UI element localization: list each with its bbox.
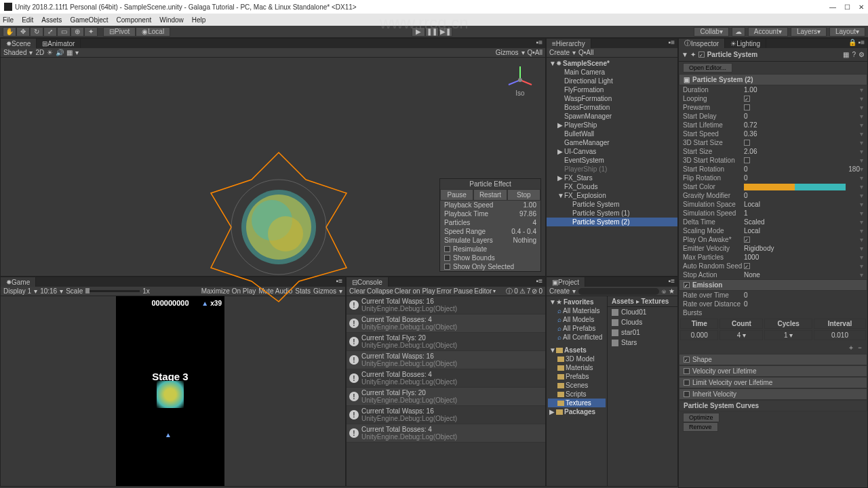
- asset-folder[interactable]: Scripts: [548, 390, 606, 399]
- project-file[interactable]: Stars: [608, 338, 677, 348]
- save-filter-icon[interactable]: ★: [669, 287, 675, 295]
- fx-toggle-icon[interactable]: ▦: [66, 49, 73, 56]
- favorites-folder[interactable]: ▼★ Favorites: [548, 298, 606, 306]
- hierarchy-item[interactable]: Main Camera: [547, 68, 677, 77]
- curves-header[interactable]: Particle System Curves: [679, 400, 867, 411]
- help-icon[interactable]: ?: [852, 51, 856, 58]
- display-dropdown[interactable]: Display 1: [3, 287, 31, 295]
- info-count-icon[interactable]: ⓘ: [506, 287, 513, 296]
- minimize-icon[interactable]: —: [829, 3, 836, 11]
- open-editor-button[interactable]: Open Editor...: [683, 63, 732, 73]
- burst-row[interactable]: 0.0004 ▾1 ▾0.010: [680, 330, 866, 340]
- asset-folder[interactable]: Scenes: [548, 381, 606, 390]
- hierarchy-create-dropdown[interactable]: Create: [549, 49, 570, 56]
- particle-stop-button[interactable]: Stop: [507, 189, 540, 201]
- tab-project[interactable]: ▣ Project: [547, 277, 585, 287]
- module-shape[interactable]: Shape: [679, 354, 867, 365]
- remove-button[interactable]: Remove: [683, 422, 718, 432]
- console-entry[interactable]: !Current Total Flys: 20UnityEngine.Debug…: [347, 333, 545, 351]
- hierarchy-search[interactable]: Q•All: [578, 49, 593, 56]
- scene-search[interactable]: Q•All: [528, 49, 542, 56]
- hierarchy-item[interactable]: Particle System (1): [547, 209, 677, 218]
- packages-folder[interactable]: ▶ Packages: [548, 407, 606, 416]
- property-checkbox[interactable]: [744, 263, 750, 269]
- tab-hierarchy[interactable]: ≡ Hierarchy: [547, 39, 591, 48]
- maximize-icon[interactable]: ☐: [844, 3, 850, 11]
- local-toggle[interactable]: ◉ Local: [136, 27, 170, 37]
- console-entry[interactable]: !Current Total Bosses: 4UnityEngine.Debu…: [347, 424, 545, 443]
- add-burst-button[interactable]: ＋: [848, 344, 854, 351]
- collab-dropdown[interactable]: Collab ▾: [694, 27, 728, 37]
- console-entry[interactable]: !Current Total Flys: 20UnityEngine.Debug…: [347, 388, 545, 406]
- scale-slider[interactable]: [85, 290, 140, 292]
- module-inherit-velocity[interactable]: Inherit Velocity: [679, 388, 867, 400]
- scene-view[interactable]: Iso Particle Effect Pause: [1, 58, 545, 276]
- hierarchy-item[interactable]: Particle System: [547, 200, 677, 209]
- project-file[interactable]: Cloud01: [608, 307, 677, 317]
- console-clear-on-play-toggle[interactable]: Clear on Play: [395, 287, 435, 295]
- error-count-icon[interactable]: ⊘: [532, 287, 537, 295]
- warn-count-icon[interactable]: ⚠: [519, 287, 526, 295]
- assets-folder[interactable]: ▼ Assets: [548, 346, 606, 354]
- hierarchy-item[interactable]: FX_Clouds: [547, 182, 677, 191]
- shading-dropdown[interactable]: Shaded: [3, 49, 26, 56]
- search-filter-icon[interactable]: ⍟: [662, 287, 666, 295]
- asset-folder[interactable]: 3D Model: [548, 354, 606, 363]
- project-file[interactable]: Clouds: [608, 317, 677, 327]
- hierarchy-item[interactable]: Particle System (2): [547, 218, 677, 226]
- asset-folder[interactable]: Textures: [548, 399, 606, 407]
- hierarchy-item[interactable]: ▼FX_Explosion: [547, 191, 677, 200]
- console-collapse-toggle[interactable]: Collapse: [367, 287, 393, 295]
- console-editor-dropdown[interactable]: Editor: [474, 287, 492, 295]
- panel-options-icon[interactable]: ▪≡: [666, 39, 677, 48]
- hierarchy-item[interactable]: FlyFormation: [547, 85, 677, 94]
- transform-tool[interactable]: ⊕: [71, 27, 84, 37]
- menu-file[interactable]: File: [3, 16, 14, 24]
- static-icon[interactable]: ▦: [843, 51, 849, 58]
- 2d-toggle[interactable]: 2D: [35, 49, 44, 56]
- rect-tool[interactable]: ▭: [57, 27, 71, 37]
- tab-animator[interactable]: ⊞ Animator: [37, 39, 81, 48]
- custom-tool[interactable]: ✦: [84, 27, 98, 37]
- pause-button[interactable]: ❚❚: [425, 27, 439, 37]
- favorite-item[interactable]: ⌕ All Prefabs: [548, 324, 606, 333]
- hierarchy-item[interactable]: BulletWall: [547, 129, 677, 138]
- move-tool[interactable]: ✥: [16, 27, 30, 37]
- favorite-item[interactable]: ⌕ All Models: [548, 315, 606, 324]
- module-velocity[interactable]: Velocity over Lifetime: [679, 365, 867, 377]
- pivot-toggle[interactable]: ⊟ Pivot: [103, 27, 136, 37]
- particle-restart-button[interactable]: Restart: [473, 189, 507, 201]
- resimulate-checkbox[interactable]: [444, 246, 450, 252]
- property-checkbox[interactable]: [744, 140, 750, 146]
- project-search[interactable]: [578, 288, 659, 295]
- close-icon[interactable]: ✕: [859, 3, 864, 11]
- hierarchy-item[interactable]: ▶PlayerShip: [547, 121, 677, 129]
- tab-scene[interactable]: ✸ Scene: [1, 39, 37, 48]
- orientation-gizmo[interactable]: Iso: [503, 63, 537, 97]
- account-dropdown[interactable]: Account ▾: [748, 27, 788, 37]
- hierarchy-item[interactable]: ▶FX_Stars: [547, 174, 677, 182]
- console-entry[interactable]: !Current Total Bosses: 4UnityEngine.Debu…: [347, 314, 545, 333]
- color-field[interactable]: [744, 184, 846, 190]
- scene-root[interactable]: ▼✸ SampleScene*: [547, 59, 677, 68]
- hierarchy-item[interactable]: EventSystem: [547, 156, 677, 165]
- rotate-tool[interactable]: ↻: [30, 27, 43, 37]
- asset-folder[interactable]: Prefabs: [548, 372, 606, 381]
- remove-burst-button[interactable]: －: [856, 344, 863, 351]
- scale-tool[interactable]: ⤢: [43, 27, 57, 37]
- tab-game[interactable]: ✸ Game: [1, 277, 36, 287]
- particle-pause-button[interactable]: Pause: [440, 189, 473, 201]
- cloud-icon[interactable]: ☁: [732, 27, 745, 37]
- panel-options-icon[interactable]: ▪≡: [534, 277, 545, 287]
- lock-icon[interactable]: 🔒 ▪≡: [846, 39, 867, 48]
- module-emission[interactable]: Emission: [679, 279, 867, 291]
- property-checkbox[interactable]: [744, 96, 750, 102]
- hierarchy-item[interactable]: BossFormation: [547, 103, 677, 112]
- tab-inspector[interactable]: ⓘ Inspector: [679, 39, 725, 48]
- console-entry[interactable]: !Current Total Wasps: 16UnityEngine.Debu…: [347, 296, 545, 314]
- layers-dropdown[interactable]: Layers ▾: [791, 27, 827, 37]
- menu-assets[interactable]: Assets: [41, 16, 62, 24]
- favorite-item[interactable]: ⌕ All Materials: [548, 306, 606, 315]
- light-toggle-icon[interactable]: ☀: [47, 49, 53, 56]
- console-entry[interactable]: !Current Total Bosses: 4UnityEngine.Debu…: [347, 369, 545, 388]
